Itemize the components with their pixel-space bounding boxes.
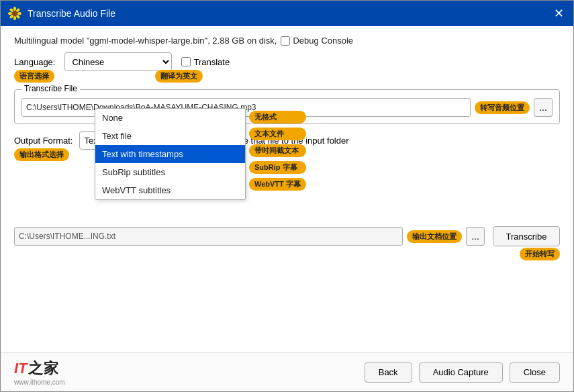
file-browse-button[interactable]: ... [534,98,553,117]
svg-point-4 [17,12,21,15]
output-section: Output Format: None Text file Text with … [14,131,560,260]
bottom-buttons: Back Audio Capture Close [365,362,560,383]
language-select[interactable]: Chinese English Japanese Korean French G… [64,52,172,71]
title-bar: Transcribe Audio File ✕ [1,1,573,26]
translate-badge: 翻译为英文 [155,70,203,83]
main-window: Transcribe Audio File ✕ Multilingual mod… [0,0,574,392]
file-path-display: C:\Users\ITHOME\Downloads\BoA-MASAYUME-C… [21,98,471,117]
dropdown-item-subrip[interactable]: SubRip subtitles [95,163,245,181]
output-format-label: Output Format: [14,136,73,146]
content-area: Multilingual model "ggml-model-whisper-l… [1,26,573,352]
logo-zhi: 之 [28,358,43,379]
transcribe-start-badge: 开始转写 [520,248,560,260]
svg-point-3 [8,12,12,15]
logo-area: IT 之 家 www.ithome.com [14,358,65,386]
model-info-text: Multilingual model "ggml-model-whisper-l… [14,36,277,46]
bottom-bar: IT 之 家 www.ithome.com Back Audio Capture… [1,352,573,391]
dropdown-item-text-file[interactable]: Text file [95,127,245,145]
close-button[interactable]: Close [510,362,560,383]
language-row: Language: Chinese English Japanese Korea… [14,52,560,71]
group-label: Transcribe File [21,84,80,93]
info-row: Multilingual model "ggml-model-whisper-l… [14,36,560,46]
text-file-badge: 文本文件 [249,128,306,140]
language-label: Language: [14,57,55,67]
debug-console-checkbox[interactable] [281,36,290,46]
language-badge: 语言选择 [14,70,54,83]
audio-location-badge: 转写音频位置 [475,101,530,114]
output-path-row: C:\Users\ITHOME...ING.txt 输出文档位置 ... Tra… [14,226,560,246]
translate-label[interactable]: Translate [181,57,230,67]
output-format-badge: 输出格式选择 [14,148,69,161]
transcribe-badge-row: 开始转写 [14,248,560,260]
none-badge: 无格式 [249,111,306,124]
svg-point-1 [13,7,16,11]
title-bar-text: Transcribe Audio File [28,8,551,19]
logo-it: IT [14,360,28,377]
output-location-badge: 输出文档位置 [407,230,462,243]
debug-console-label[interactable]: Debug Console [281,36,353,46]
translate-checkbox[interactable] [181,57,191,66]
output-path-display: C:\Users\ITHOME...ING.txt [14,227,403,246]
logo-url: www.ithome.com [14,379,65,386]
format-badges-column: 无格式 文本文件 带时间截文本 SubRip 字幕 WebVTT 字幕 [249,108,306,191]
webvtt-badge: WebVTT 字幕 [249,178,306,191]
subrip-badge: SubRip 字幕 [249,161,306,174]
back-button[interactable]: Back [365,362,412,383]
dropdown-item-none[interactable]: None [95,109,245,127]
svg-point-2 [13,16,16,20]
language-badge-row: 语言选择 翻译为英文 [14,70,560,83]
svg-point-9 [13,11,17,16]
close-window-button[interactable]: ✕ [551,7,567,19]
dropdown-item-timestamps[interactable]: Text with timestamps [95,145,245,163]
timestamps-badge: 带时间截文本 [249,144,306,157]
output-browse-button[interactable]: ... [466,227,485,246]
format-dropdown: None Text file Text with timestamps SubR… [95,108,246,200]
logo-jia: 家 [44,358,58,379]
dropdown-item-webvtt[interactable]: WebVTT subtitles [95,181,245,199]
audio-capture-button[interactable]: Audio Capture [419,362,503,383]
transcribe-button[interactable]: Transcribe [493,226,560,246]
app-icon [7,6,22,21]
